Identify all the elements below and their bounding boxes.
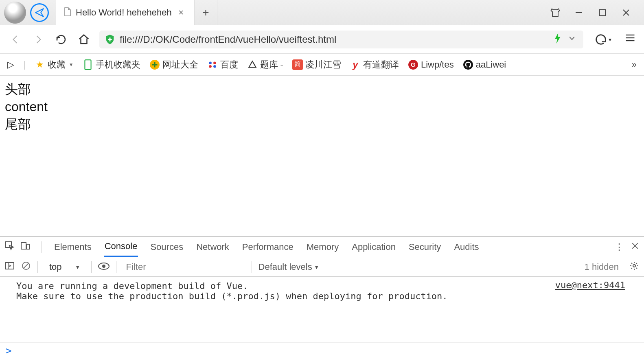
device-toggle-icon[interactable] xyxy=(20,241,30,253)
menu-button[interactable] xyxy=(624,32,636,46)
svg-point-15 xyxy=(209,65,212,68)
clear-console-icon[interactable] xyxy=(21,261,31,273)
chevron-down-icon: ▼ xyxy=(314,264,320,270)
new-tab-button[interactable]: + xyxy=(195,0,217,25)
shield-icon xyxy=(104,34,116,45)
baidu-icon xyxy=(207,59,218,70)
bookmark-lcjx[interactable]: 简 凌川江雪 xyxy=(292,59,341,71)
svg-line-28 xyxy=(24,263,28,268)
page-content: 头部 content 尾部 xyxy=(0,76,644,236)
tab-memory[interactable]: Memory xyxy=(306,237,340,257)
devtools-menu-icon[interactable]: ⋮ xyxy=(615,242,624,252)
svg-rect-21 xyxy=(21,243,26,249)
bookmark-label: 手机收藏夹 xyxy=(96,59,140,71)
divider xyxy=(37,261,38,273)
tab-network[interactable]: Network xyxy=(195,237,230,257)
svg-text:G: G xyxy=(411,61,416,68)
window-controls xyxy=(547,4,644,21)
context-selector[interactable]: top xyxy=(44,260,85,274)
bookmark-label: 有道翻译 xyxy=(363,59,399,71)
tab-application[interactable]: Application xyxy=(351,237,396,257)
svg-point-19 xyxy=(463,60,473,70)
url-dropdown-icon[interactable] xyxy=(568,34,576,44)
console-line: Make sure to use the production build (*… xyxy=(16,291,628,301)
github-icon xyxy=(463,59,473,70)
bookmark-label: 收藏 xyxy=(48,59,66,71)
svg-point-16 xyxy=(213,65,216,68)
divider xyxy=(91,261,92,273)
chevron-down-icon: ▼ xyxy=(69,62,74,68)
svg-rect-22 xyxy=(27,244,29,249)
tab-security[interactable]: Security xyxy=(408,237,442,257)
browser-tab[interactable]: Hello World! heheheheh × xyxy=(56,0,195,25)
back-button[interactable] xyxy=(8,32,23,47)
tab-audits[interactable]: Audits xyxy=(453,237,480,257)
svg-point-14 xyxy=(213,61,216,64)
svg-rect-1 xyxy=(600,10,606,16)
context-label: top xyxy=(49,262,62,272)
devtools: Elements Console Sources Network Perform… xyxy=(0,236,644,359)
bookmark-label: Liwp/tes xyxy=(421,59,454,70)
log-levels-selector[interactable]: Default levels ▼ xyxy=(258,262,320,272)
bookmark-baidu[interactable]: 百度 xyxy=(207,59,238,71)
svg-point-30 xyxy=(102,265,105,268)
bookmark-favorites[interactable]: ★ 收藏 ▼ xyxy=(35,59,74,71)
plus-circle-icon xyxy=(149,59,160,70)
bookmark-label: 题库 xyxy=(260,59,278,71)
svg-rect-25 xyxy=(6,263,14,269)
console-toolbar: top Default levels ▼ 1 hidden xyxy=(0,257,644,277)
tab-elements[interactable]: Elements xyxy=(53,237,92,257)
live-expression-icon[interactable] xyxy=(98,262,110,272)
bookmark-youdao[interactable]: y 有道翻译 xyxy=(350,59,399,71)
sidebar-toggle-icon[interactable] xyxy=(5,261,15,273)
console-source-link[interactable]: vue@next:9441 xyxy=(555,280,625,290)
addressbar: file:///D:/OK/Code/frontEnd/vueHello/vue… xyxy=(0,25,644,54)
titlebar: Hello World! heheheheh × + xyxy=(0,0,644,25)
undo-button[interactable]: ▾ xyxy=(594,33,611,46)
bookmark-tiku[interactable]: 题库 - xyxy=(247,59,283,71)
console-prompt[interactable]: > xyxy=(0,342,644,359)
svg-rect-20 xyxy=(6,242,11,247)
bookmark-sites[interactable]: 网址大全 xyxy=(149,59,198,71)
navigate-icon[interactable] xyxy=(30,3,49,22)
tab-close-button[interactable]: × xyxy=(176,7,186,18)
close-window-button[interactable] xyxy=(618,4,634,21)
filter-input[interactable] xyxy=(123,260,245,274)
bolt-icon[interactable] xyxy=(554,33,561,46)
maximize-button[interactable] xyxy=(594,4,611,21)
page-line-3: 尾部 xyxy=(5,116,639,133)
page-line-1: 头部 xyxy=(5,81,639,98)
tab-sources[interactable]: Sources xyxy=(149,237,184,257)
svg-point-13 xyxy=(209,61,212,64)
url-text: file:///D:/OK/Code/frontEnd/vueHello/vue… xyxy=(120,34,545,45)
user-avatar[interactable] xyxy=(4,2,26,24)
url-input[interactable]: file:///D:/OK/Code/frontEnd/vueHello/vue… xyxy=(99,31,583,48)
minimize-button[interactable] xyxy=(571,4,587,21)
star-icon: ★ xyxy=(35,59,45,70)
bookmark-mobile[interactable]: 手机收藏夹 xyxy=(83,59,140,71)
reload-button[interactable] xyxy=(54,32,68,47)
forward-button[interactable] xyxy=(31,32,46,47)
page-line-2: content xyxy=(5,98,639,116)
file-icon xyxy=(64,7,72,18)
devtools-close-icon[interactable] xyxy=(631,242,639,252)
tab-performance[interactable]: Performance xyxy=(241,237,294,257)
panel-toggle-icon[interactable]: ▷ xyxy=(7,59,14,70)
bookmark-liwp[interactable]: G Liwp/tes xyxy=(408,59,454,70)
tab-console[interactable]: Console xyxy=(104,237,138,257)
divider xyxy=(42,241,42,253)
hidden-count[interactable]: 1 hidden xyxy=(585,262,619,272)
bookmark-aaliwei[interactable]: aaLiwei xyxy=(463,59,506,70)
home-button[interactable] xyxy=(77,32,91,47)
youdao-icon: y xyxy=(350,59,361,70)
bookmark-label: 凌川江雪 xyxy=(305,59,341,71)
skin-icon[interactable] xyxy=(547,4,563,21)
devtools-tabs: Elements Console Sources Network Perform… xyxy=(0,237,644,257)
mobile-icon xyxy=(83,59,93,70)
gear-icon[interactable] xyxy=(629,261,639,273)
tab-title: Hello World! heheheheh xyxy=(76,7,172,18)
bookmark-label: 百度 xyxy=(220,59,238,71)
bookmark-more[interactable]: » xyxy=(632,59,637,70)
inspect-icon[interactable] xyxy=(5,241,15,253)
svg-rect-9 xyxy=(85,60,91,70)
